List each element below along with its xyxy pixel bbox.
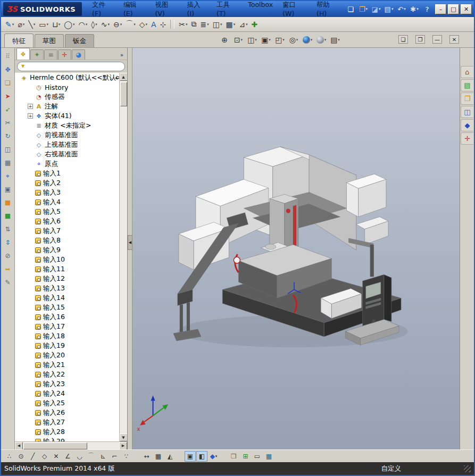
- graphics-viewport[interactable]: x: [132, 48, 460, 449]
- filter-box[interactable]: ▼: [17, 62, 125, 71]
- snap-angle-2-toggle[interactable]: ◭: [164, 451, 176, 462]
- tree-item[interactable]: 输入6: [15, 216, 119, 226]
- close-button[interactable]: ✕: [461, 4, 472, 14]
- snap-perpendicular-toggle[interactable]: ⊾: [97, 451, 109, 462]
- plane-tool[interactable]: ◇ ▾: [138, 18, 149, 31]
- display-pane-arrow[interactable]: ▴: [115, 74, 118, 80]
- resize-grip[interactable]: [464, 465, 471, 472]
- toolbar-grip[interactable]: ⠿: [2, 51, 14, 61]
- propertymanager-tab[interactable]: ✦: [30, 49, 44, 60]
- section-tool[interactable]: ◫: [2, 144, 14, 154]
- tree-item[interactable]: 输入11: [15, 264, 119, 274]
- tree-item[interactable]: 输入26: [15, 408, 119, 417]
- fillet-tool[interactable]: ⌒ ▾: [124, 18, 137, 31]
- sketch-tool[interactable]: ✎ ▾: [4, 18, 15, 31]
- home-tab[interactable]: ⌂: [461, 66, 473, 78]
- view-orientation-button[interactable]: ▣ ▾: [260, 34, 272, 46]
- toolbox-library-button[interactable]: ❒: [228, 451, 239, 462]
- tree-item[interactable]: 输入3: [15, 188, 119, 197]
- customize-label[interactable]: 自定义: [381, 464, 402, 473]
- tree-item[interactable]: 输入25: [15, 398, 119, 408]
- expand-icon[interactable]: [28, 94, 33, 99]
- expand-icon[interactable]: +: [28, 113, 33, 119]
- tree-item[interactable]: 原点: [15, 159, 119, 169]
- machine-model-3d[interactable]: x: [132, 48, 460, 449]
- evaluate-table-button[interactable]: ▦: [263, 451, 274, 462]
- maximize-button[interactable]: □: [448, 4, 459, 14]
- tree-item[interactable]: 输入10: [15, 255, 119, 264]
- spline-tool[interactable]: ∿ ▾: [99, 18, 111, 31]
- displaymanager-tab[interactable]: ◕: [72, 49, 85, 60]
- mirror-entities-tool[interactable]: ◫ ▾: [211, 18, 224, 31]
- hide-show-items-button[interactable]: ◎ ▾: [287, 34, 300, 46]
- route-tool[interactable]: ➶: [2, 104, 14, 114]
- tree-item[interactable]: 传感器: [15, 92, 119, 102]
- tree-item[interactable]: 输入23: [15, 379, 119, 389]
- tree-item[interactable]: 输入12: [15, 274, 119, 283]
- display-tool[interactable]: ▣: [2, 184, 14, 194]
- tree-item[interactable]: 输入2: [15, 178, 119, 188]
- snap-line-toggle[interactable]: ╱: [27, 451, 38, 462]
- tree-item[interactable]: 输入16: [15, 312, 119, 322]
- tree-item[interactable]: 输入20: [15, 350, 119, 360]
- tree-item[interactable]: 输入17: [15, 322, 119, 331]
- tree-item[interactable]: 输入22: [15, 370, 119, 379]
- flag-tool[interactable]: ➤: [2, 91, 14, 101]
- grid-tool[interactable]: ▦: [2, 157, 14, 168]
- rectangle-tool[interactable]: ▭ ▾: [37, 18, 50, 31]
- tree-item[interactable]: 前视基准面: [15, 130, 119, 140]
- new-document-button[interactable]: ❏: [344, 4, 357, 14]
- tree-root-item[interactable]: Hermle C600 (默认<<默认>_: [15, 73, 119, 82]
- custom-properties-tab[interactable]: ✛: [461, 132, 473, 145]
- rotate-view-tool[interactable]: ↻: [2, 131, 14, 141]
- doc-maximize-button[interactable]: ❐: [415, 35, 425, 44]
- view-settings-button[interactable]: ▤ ▾: [329, 34, 341, 46]
- sort-tool[interactable]: ⇅: [2, 224, 14, 234]
- expand-icon[interactable]: [28, 142, 33, 147]
- text-tool[interactable]: A: [149, 18, 158, 31]
- zoom-to-area-button[interactable]: ⊡ ▾: [232, 34, 245, 46]
- expand-icon[interactable]: +: [28, 104, 33, 109]
- tree-item[interactable]: History: [15, 82, 119, 92]
- edit-sketch-tool[interactable]: ✎: [2, 277, 14, 287]
- tree-item[interactable]: 输入13: [15, 283, 119, 293]
- tree-item[interactable]: + 实体(41): [15, 111, 119, 121]
- apply-scene-button[interactable]: ▾: [315, 34, 328, 46]
- tree-item[interactable]: 输入8: [15, 236, 119, 245]
- snap-points-toggle[interactable]: ∴: [4, 451, 15, 462]
- snap-arc-toggle[interactable]: ◡: [74, 451, 85, 462]
- snap-angle-toggle[interactable]: ∠: [62, 451, 73, 462]
- panel-splitter[interactable]: ◀: [128, 48, 132, 449]
- smart-dimension-tool[interactable]: ⌀ ▾: [16, 18, 26, 31]
- design-library-tab[interactable]: ▤: [461, 79, 473, 91]
- ellipse-tool[interactable]: ⊖ ▾: [112, 18, 123, 31]
- view-palette-tab[interactable]: ◫: [461, 106, 473, 118]
- convert-entities-tool[interactable]: ⧉: [190, 18, 198, 31]
- tree-item[interactable]: 输入9: [15, 245, 119, 255]
- design-checker-button[interactable]: ⊞: [240, 451, 251, 462]
- slot-tool[interactable]: ⊔ ▾: [51, 18, 62, 31]
- offset-entities-tool[interactable]: ≣ ▾: [199, 18, 211, 31]
- scroll-down-button[interactable]: ▼: [120, 433, 128, 441]
- zoom-tool[interactable]: ⌖: [2, 171, 14, 181]
- command-tab[interactable]: 特征: [4, 34, 34, 47]
- command-tab[interactable]: 钣金: [65, 34, 94, 47]
- options-button[interactable]: ✱ ▾: [408, 4, 421, 14]
- swatch-orange-tool[interactable]: ■: [2, 197, 14, 207]
- doc-close-button[interactable]: ✕: [449, 35, 459, 44]
- snap-corner-toggle[interactable]: ⌐: [109, 451, 120, 462]
- rapid-sketch-toggle[interactable]: ◆ ▾: [208, 451, 219, 462]
- circle-tool[interactable]: ◯ ▾: [62, 18, 76, 31]
- tree-vertical-scrollbar[interactable]: ▲ ▼: [119, 73, 127, 441]
- panel-tabs-overflow[interactable]: »: [116, 52, 127, 60]
- trim-small-tool[interactable]: ✂: [2, 118, 14, 128]
- redo-arrow-tool[interactable]: ➥: [2, 264, 14, 274]
- scroll-thumb[interactable]: [23, 442, 87, 449]
- tree-horizontal-scrollbar[interactable]: ◀ ▶: [15, 441, 127, 449]
- snap-length-toggle[interactable]: ↔: [141, 451, 152, 462]
- tree-item[interactable]: 输入1: [15, 169, 119, 178]
- doc-minimize-button[interactable]: —: [432, 35, 442, 44]
- trim-entities-tool[interactable]: ✂ ▾: [177, 18, 189, 31]
- display-relations-tool[interactable]: ⊿ ▾: [237, 18, 249, 31]
- tree-item[interactable]: 输入7: [15, 226, 119, 236]
